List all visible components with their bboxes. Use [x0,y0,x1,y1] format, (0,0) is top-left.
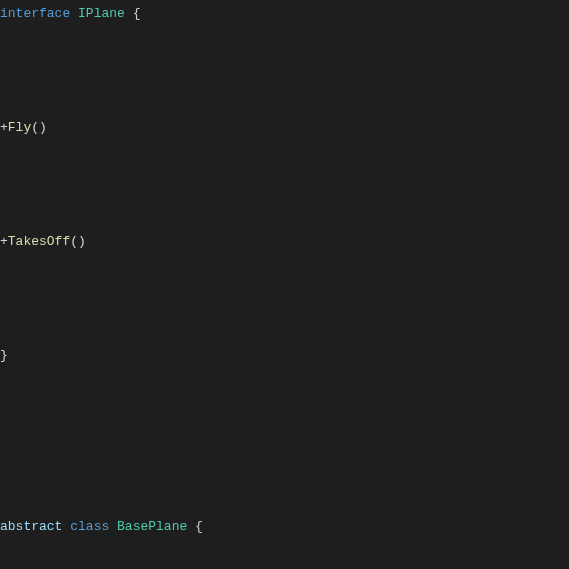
operator: + [0,234,8,249]
code-line: +TakesOff() [0,228,569,257]
brace: } [0,348,8,363]
type-name: IPlane [78,6,125,21]
code-line [0,171,569,200]
code-line [0,399,569,428]
parens: () [70,234,86,249]
code-line [0,285,569,314]
code-line: +Fly() [0,114,569,143]
keyword: class [62,519,109,534]
code-line: } [0,342,569,371]
modifier: abstract [0,519,62,534]
keyword: interface [0,6,70,21]
type-name: BasePlane [117,519,187,534]
code-line [0,456,569,485]
method-name: TakesOff [8,234,70,249]
brace: { [187,519,203,534]
code-editor[interactable]: interface IPlane { +Fly() +TakesOff() } … [0,0,569,569]
method-name: Fly [8,120,31,135]
code-line [0,57,569,86]
code-line: interface IPlane { [0,0,569,29]
parens: () [31,120,47,135]
operator: + [0,120,8,135]
code-line: abstract class BasePlane { [0,513,569,542]
brace: { [125,6,141,21]
